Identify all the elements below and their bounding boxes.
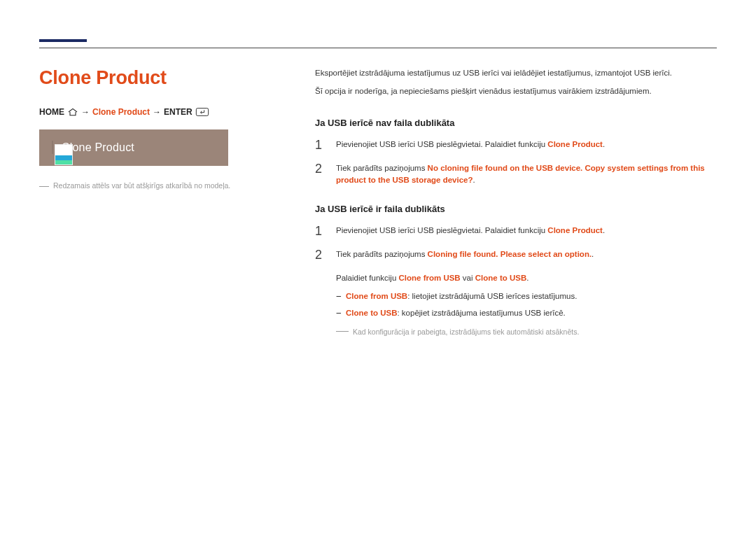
breadcrumb-arrow: → — [81, 107, 90, 117]
page-tab-marker — [39, 39, 87, 42]
step-text: Tiek parādīts paziņojums — [336, 250, 428, 258]
step-number: 1 — [315, 225, 326, 239]
breadcrumb-clone-product: Clone Product — [92, 107, 150, 117]
right-column: Eksportējiet izstrādājuma iestatījumus u… — [315, 67, 717, 338]
clone-product-icon — [52, 141, 53, 154]
dash-icon: ‒ — [336, 290, 342, 303]
step-number: 2 — [315, 162, 326, 176]
note-dash-icon — [336, 331, 349, 332]
step-text-post: . — [473, 176, 475, 184]
bullet-body: Clone to USB: kopējiet izstrādājuma iest… — [346, 307, 566, 320]
message-cloning-file-found: Cloning file found. Please select an opt… — [428, 250, 592, 258]
step-text: Tiek parādīts paziņojums — [336, 164, 428, 172]
step-text: Pievienojiet USB ierīci USB pieslēgvieta… — [336, 226, 547, 234]
sub-text-pre: Palaidiet funkciju — [336, 274, 399, 282]
sub-text-mid: vai — [461, 274, 475, 282]
step-row: 2 Tiek parādīts paziņojums No cloning fi… — [315, 162, 717, 188]
intro-paragraph-1: Eksportējiet izstrādājuma iestatījumus u… — [315, 67, 717, 80]
step-body: Pievienojiet USB ierīci USB pieslēgvieta… — [336, 139, 717, 151]
final-note: Kad konfigurācija ir pabeigta, izstrādāj… — [336, 326, 717, 337]
step-body: Tiek parādīts paziņojums Cloning file fo… — [336, 248, 717, 261]
step-body: Tiek parādīts paziņojums No cloning file… — [336, 162, 717, 188]
clone-product-label: Clone Product — [547, 226, 603, 234]
step-number: 1 — [315, 139, 326, 153]
model-disclaimer-note: Redzamais attēls var būt atšķirīgs atkar… — [39, 181, 291, 190]
final-note-text: Kad konfigurācija ir pabeigta, izstrādāj… — [353, 326, 579, 337]
breadcrumb-arrow: → — [153, 107, 161, 117]
breadcrumb-home: HOME — [39, 107, 64, 117]
bullet-body: Clone from USB: lietojiet izstrādājumā U… — [346, 290, 577, 303]
bullet-text: : kopējiet izstrādājuma iestatījumus USB… — [397, 309, 565, 317]
page-container: Clone Product HOME → Clone Product → ENT… — [39, 67, 717, 338]
page-title: Clone Product — [39, 67, 291, 89]
step-row: 2 Tiek parādīts paziņojums Cloning file … — [315, 248, 717, 262]
dash-icon: ‒ — [336, 307, 342, 320]
enter-icon — [195, 108, 206, 116]
top-horizontal-rule — [39, 48, 717, 48]
intro-block: Eksportējiet izstrādājuma iestatījumus u… — [315, 67, 717, 98]
intro-paragraph-2: Šī opcija ir noderīga, ja nepieciešams p… — [315, 85, 717, 98]
clone-from-usb-label: Clone from USB — [399, 274, 461, 282]
section-heading-no-duplicate: Ja USB ierīcē nav faila dublikāta — [315, 116, 717, 130]
sub-text-post: . — [526, 274, 528, 282]
note-text: Redzamais attēls var būt atšķirīgs atkar… — [53, 181, 230, 190]
clone-to-usb-label: Clone to USB — [475, 274, 526, 282]
sub-instruction: Palaidiet funkciju Clone from USB vai Cl… — [336, 272, 717, 285]
svg-rect-0 — [196, 108, 208, 116]
step-text-post: . — [603, 140, 605, 148]
step-text-post: . — [603, 226, 605, 234]
clone-from-usb-label: Clone from USB — [346, 292, 407, 300]
breadcrumb-enter: ENTER — [164, 107, 192, 117]
home-icon — [67, 108, 78, 116]
left-column: Clone Product HOME → Clone Product → ENT… — [39, 67, 291, 338]
step-number: 2 — [315, 248, 326, 262]
step-text: Pievienojiet USB ierīci USB pieslēgvieta… — [336, 140, 547, 148]
step-row: 1 Pievienojiet USB ierīci USB pieslēgvie… — [315, 139, 717, 153]
step-text-post: . — [592, 250, 594, 258]
section-heading-has-duplicate: Ja USB ierīcē ir faila dublikāts — [315, 202, 717, 216]
bullet-row: ‒ Clone to USB: kopējiet izstrādājuma ie… — [336, 307, 717, 320]
menu-screenshot: Clone Product — [39, 129, 228, 166]
bullet-row: ‒ Clone from USB: lietojiet izstrādājumā… — [336, 290, 717, 303]
breadcrumb: HOME → Clone Product → ENTER — [39, 107, 291, 117]
step-row: 1 Pievienojiet USB ierīci USB pieslēgvie… — [315, 225, 717, 239]
note-dash-icon — [39, 186, 49, 187]
clone-to-usb-label: Clone to USB — [346, 309, 397, 317]
clone-product-label: Clone Product — [547, 140, 603, 148]
bullet-text: : lietojiet izstrādājumā USB ierīces ies… — [407, 292, 577, 300]
step-body: Pievienojiet USB ierīci USB pieslēgvieta… — [336, 225, 717, 237]
